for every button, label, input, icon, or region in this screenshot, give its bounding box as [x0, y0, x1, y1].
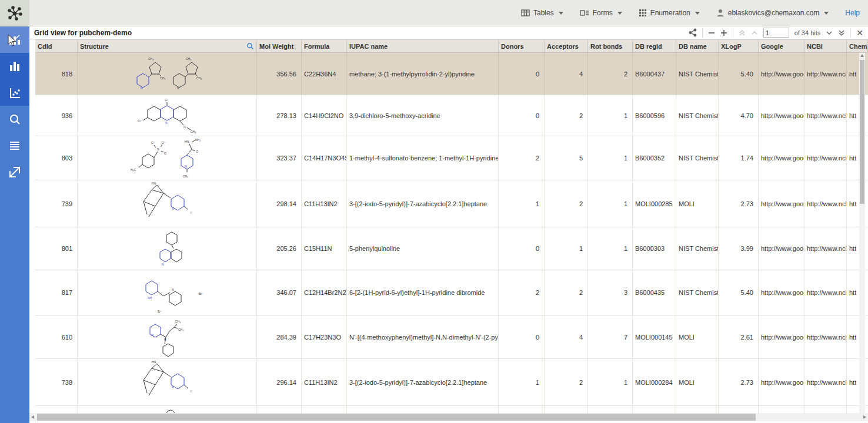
- share-button[interactable]: [689, 28, 697, 37]
- zoom-in-button[interactable]: [720, 29, 727, 36]
- cell-google-link[interactable]: http://www.googl: [759, 53, 804, 95]
- list-icon: [8, 139, 22, 153]
- next-page-button[interactable]: [826, 29, 833, 36]
- cell-formula: C14H9Cl2NO: [302, 95, 347, 136]
- svg-text:N: N: [162, 263, 164, 266]
- chevron-down-icon: [559, 12, 563, 15]
- sidebar-item-export[interactable]: [0, 159, 29, 185]
- table-row[interactable]: 803 H₃CS OO⁻: [35, 136, 868, 180]
- sidebar-item-barchart[interactable]: [0, 53, 29, 79]
- cell-ncbi-link[interactable]: http://www.ncbi.r: [804, 95, 847, 136]
- chevron-up-icon: [751, 29, 758, 36]
- vertical-scrollbar[interactable]: [859, 53, 865, 413]
- export-icon: [8, 165, 22, 179]
- divider: [733, 29, 733, 37]
- cell-ncbi-link[interactable]: http://www.ncbi.r: [804, 315, 847, 358]
- table-row[interactable]: 801 N 205.26 C15H11N 5-phenylquinoline: [35, 227, 868, 270]
- cell-iupac: N'-[(4-methoxyphenyl)methyl]-N,N-dimethy…: [347, 315, 499, 358]
- cell-google-link[interactable]: http://www.googl: [759, 136, 804, 180]
- table-row[interactable]: 739 HN NI 298.: [35, 180, 868, 227]
- cell-ncbi-link[interactable]: http://www.ncbi.r: [804, 227, 847, 270]
- structure-drawing: NHN Br⁻Br⁻: [85, 271, 249, 314]
- table-row[interactable]: 610 NN CH₃CH₃: [35, 315, 868, 359]
- col-header-structure[interactable]: Structure: [78, 40, 257, 52]
- cell-ncbi-link[interactable]: http://www.ncbi.r: [804, 359, 847, 405]
- svg-text:CH₃: CH₃: [183, 174, 188, 178]
- cell-donors: 1: [499, 359, 545, 405]
- cell-ncbi-link[interactable]: http://www.ncbi.r: [804, 270, 847, 315]
- svg-text:Br⁻: Br⁻: [199, 292, 203, 296]
- scroll-right-arrow-icon[interactable]: [863, 415, 866, 419]
- col-header-acceptors[interactable]: Acceptors: [545, 40, 588, 52]
- prev-page-button[interactable]: [751, 29, 758, 36]
- close-button[interactable]: ✕: [856, 28, 863, 38]
- svg-text:HN: HN: [185, 140, 189, 143]
- col-header-donors[interactable]: Donors: [499, 40, 545, 52]
- cell-structure[interactable]: NN CH₃CH₃: [78, 315, 257, 358]
- col-header-cdid[interactable]: CdId: [35, 40, 78, 52]
- app-logo[interactable]: [0, 0, 29, 26]
- sidebar-item-gridview[interactable]: [0, 26, 29, 53]
- table-row[interactable]: 818 CH₃CH₃ CH₃CH₃ NN: [35, 53, 868, 95]
- scroll-up-arrow-icon[interactable]: [860, 54, 864, 57]
- cell-structure[interactable]: N: [78, 227, 257, 270]
- cell-acceptors: 5: [545, 136, 588, 180]
- col-header-xlogp[interactable]: XLogP: [719, 40, 759, 52]
- menu-forms[interactable]: Forms: [580, 9, 622, 17]
- horizontal-scrollbar[interactable]: [29, 413, 868, 421]
- cell-rotbonds: 3: [588, 270, 633, 315]
- cell-formula: C11H13IN2: [302, 180, 347, 227]
- cell-molweight: 346.07: [257, 270, 302, 315]
- cell-ncbi-link[interactable]: http://www.ncbi.r: [804, 180, 847, 227]
- cell-google-link[interactable]: http://www.googl: [759, 95, 804, 136]
- cell-structure[interactable]: CH₃CH₃ CH₃CH₃ NN: [78, 53, 257, 95]
- col-header-iupac[interactable]: IUPAC name: [347, 40, 499, 52]
- table-row[interactable]: 738 HN NI 296.: [35, 359, 868, 406]
- sidebar-item-list[interactable]: [0, 132, 29, 159]
- horizontal-scrollbar-thumb[interactable]: [37, 414, 756, 421]
- sidebar-item-search[interactable]: [0, 106, 29, 132]
- cell-rotbonds: 1: [588, 359, 633, 405]
- last-page-button[interactable]: [838, 29, 845, 36]
- cell-google-link: [759, 406, 804, 413]
- zoom-out-button[interactable]: [708, 29, 715, 36]
- cell-structure[interactable]: HN NI: [78, 180, 257, 227]
- cell-structure[interactable]: H₃CS OO⁻O OHNNH₂ N⁺CH₃: [78, 136, 257, 180]
- col-header-rotbonds[interactable]: Rot bonds: [588, 40, 633, 52]
- vertical-scrollbar-thumb[interactable]: [860, 60, 864, 204]
- col-header-molweight[interactable]: Mol Weight: [257, 40, 302, 52]
- first-page-button[interactable]: [739, 29, 746, 36]
- col-header-ncbi[interactable]: NCBI: [804, 40, 847, 52]
- cell-ncbi-link[interactable]: http://www.ncbi.r: [804, 53, 847, 95]
- cell-rotbonds: 1: [588, 180, 633, 227]
- search-icon: [8, 112, 22, 126]
- scroll-left-arrow-icon[interactable]: [31, 415, 34, 419]
- col-header-dbregid[interactable]: DB regid: [633, 40, 676, 52]
- structure-search-icon[interactable]: [246, 42, 254, 50]
- table-row[interactable]: 817 NHN Br⁻Br⁻ 346.07 C12H14Br2N2 6-[2-(…: [35, 270, 868, 315]
- cell-google-link[interactable]: http://www.googl: [759, 180, 804, 227]
- sidebar-item-scatter[interactable]: [0, 79, 29, 106]
- cell-structure[interactable]: ClCl OCH₃ N: [78, 95, 257, 136]
- cell-google-link[interactable]: http://www.googl: [759, 359, 804, 405]
- col-header-google[interactable]: Google: [759, 40, 804, 52]
- cell-structure: [78, 406, 257, 413]
- menu-enumeration[interactable]: Enumeration: [639, 9, 700, 17]
- share-icon: [689, 28, 697, 37]
- col-header-formula[interactable]: Formula: [302, 40, 347, 52]
- col-header-chem[interactable]: Chem: [847, 40, 868, 52]
- col-header-dbname[interactable]: DB name: [676, 40, 719, 52]
- cell-google-link[interactable]: http://www.googl: [759, 227, 804, 270]
- menu-tables[interactable]: Tables: [521, 9, 563, 17]
- user-menu[interactable]: eblaskovics@chemaxon.com: [716, 9, 829, 17]
- table-row[interactable]: 936 ClCl OCH₃ N: [35, 95, 868, 136]
- table-row-partial[interactable]: [35, 406, 868, 413]
- cell-ncbi-link[interactable]: http://www.ncbi.r: [804, 136, 847, 180]
- cell-structure[interactable]: HN NI: [78, 359, 257, 405]
- cell-structure[interactable]: NHN Br⁻Br⁻: [78, 270, 257, 315]
- cell-google-link[interactable]: http://www.googl: [759, 315, 804, 358]
- help-link[interactable]: Help: [845, 9, 860, 17]
- svg-text:CH₃: CH₃: [186, 57, 191, 61]
- page-number-input[interactable]: [763, 28, 789, 38]
- cell-google-link[interactable]: http://www.googl: [759, 270, 804, 315]
